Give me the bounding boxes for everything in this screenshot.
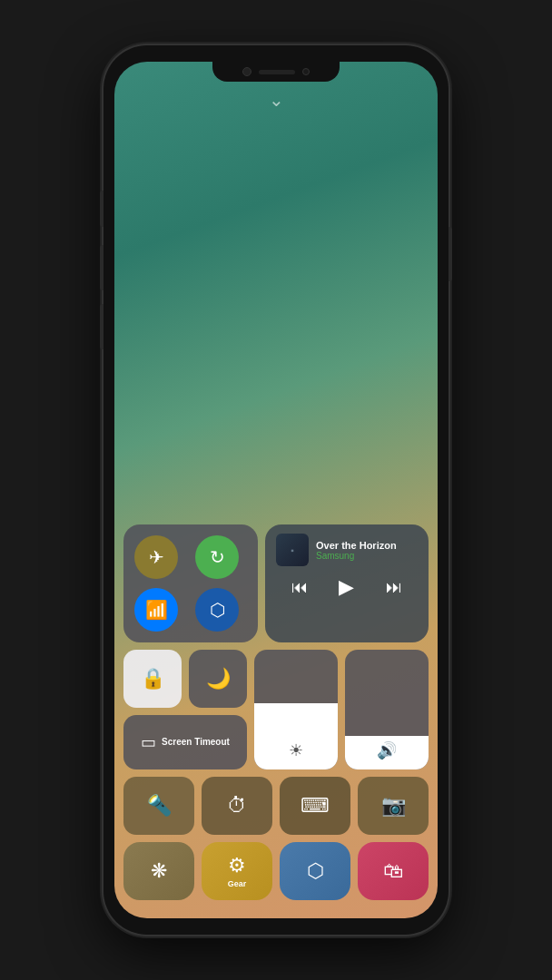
media-prev-button[interactable]: ⏮ xyxy=(286,576,313,599)
media-play-button[interactable]: ▶ xyxy=(333,573,360,601)
airplane-mode-button[interactable]: ✈ xyxy=(134,535,178,579)
apps-row: ❋ ⚙ Gear ⬡ 🛍 xyxy=(123,842,429,900)
phone-frame: ⌄ ✈ ↻ 📶 ⬡ xyxy=(104,45,448,935)
quick-actions-row: 🔦 ⏱ ⌨ 📷 xyxy=(123,777,429,835)
airplane-icon: ✈ xyxy=(149,546,164,568)
media-thumbnail: ▪ xyxy=(276,534,309,566)
flashlight-button[interactable]: 🔦 xyxy=(123,777,194,835)
phone-notch xyxy=(212,62,340,82)
wifi-button[interactable]: 📶 xyxy=(134,588,178,632)
brightness-slider[interactable]: ☀ xyxy=(254,650,338,769)
screen-timeout-icon: ▭ xyxy=(141,732,156,752)
volume-slider[interactable]: 🔊 xyxy=(345,650,429,769)
media-text: Over the Horizon Samsung xyxy=(316,540,418,561)
gear-icon: ⚙ xyxy=(228,854,246,877)
gear-app-label: Gear xyxy=(228,879,247,888)
wifi-icon: 📶 xyxy=(145,599,168,621)
media-controls: ⏮ ▶ ⏭ xyxy=(276,572,418,601)
album-art: ▪ xyxy=(276,534,309,566)
screen-timeout-button[interactable]: ▭ Screen Timeout xyxy=(123,715,247,769)
bluetooth-icon: ⬡ xyxy=(210,599,225,621)
connectivity-media-row: ✈ ↻ 📶 ⬡ ▪ xyxy=(123,524,429,642)
volume-down-button[interactable] xyxy=(100,304,104,349)
pull-down-chevron[interactable]: ⌄ xyxy=(269,89,284,111)
flashlight-icon: 🔦 xyxy=(147,794,172,818)
power-button[interactable] xyxy=(448,227,452,281)
connect-app-button[interactable]: ⬡ xyxy=(280,842,350,900)
control-center: ✈ ↻ 📶 ⬡ ▪ xyxy=(123,524,429,900)
volume-up-button[interactable] xyxy=(100,245,104,290)
rotation-lock-button[interactable]: ↻ xyxy=(195,535,239,579)
media-title: Over the Horizon xyxy=(316,540,418,551)
gear-app-button[interactable]: ⚙ Gear xyxy=(202,842,272,900)
misc-sliders-row: 🔒 🌙 ▭ Screen Timeout ☀ xyxy=(123,650,429,769)
sensor xyxy=(302,68,310,75)
bixby-icon: ❋ xyxy=(151,859,167,883)
phone-screen: ⌄ ✈ ↻ 📶 ⬡ xyxy=(114,62,438,918)
media-info: ▪ Over the Horizon Samsung xyxy=(276,534,418,566)
bixby-app-button[interactable]: ❋ xyxy=(123,842,194,900)
timer-button[interactable]: ⏱ xyxy=(202,777,272,835)
store-app-button[interactable]: 🛍 xyxy=(358,842,429,900)
bluetooth-button[interactable]: ⬡ xyxy=(195,588,239,632)
orientation-lock-button[interactable]: 🔒 xyxy=(123,650,182,708)
calculator-button[interactable]: ⌨ xyxy=(280,777,350,835)
media-player-block: ▪ Over the Horizon Samsung ⏮ ▶ ⏭ xyxy=(265,524,429,642)
bixby-button[interactable] xyxy=(100,191,104,227)
misc-col: 🔒 🌙 ▭ Screen Timeout xyxy=(123,650,247,769)
media-next-button[interactable]: ⏭ xyxy=(380,576,408,599)
do-not-disturb-button[interactable]: 🌙 xyxy=(189,650,247,708)
media-artist: Samsung xyxy=(316,551,418,561)
volume-icon: 🔊 xyxy=(377,740,397,760)
misc-top-row: 🔒 🌙 xyxy=(123,650,247,708)
timer-icon: ⏱ xyxy=(227,794,247,818)
store-icon: 🛍 xyxy=(383,859,403,883)
camera-icon: 📷 xyxy=(381,794,406,818)
earpiece-speaker xyxy=(259,70,295,74)
sliders-col: ☀ 🔊 xyxy=(254,650,429,769)
rotation-icon: ↻ xyxy=(210,546,225,568)
camera-button[interactable]: 📷 xyxy=(358,777,429,835)
connectivity-block: ✈ ↻ 📶 ⬡ xyxy=(123,524,258,642)
connect-icon: ⬡ xyxy=(307,859,324,883)
screen-timeout-label: Screen Timeout xyxy=(162,737,230,748)
brightness-icon: ☀ xyxy=(289,740,303,760)
calculator-icon: ⌨ xyxy=(301,794,330,818)
front-camera xyxy=(242,67,251,76)
